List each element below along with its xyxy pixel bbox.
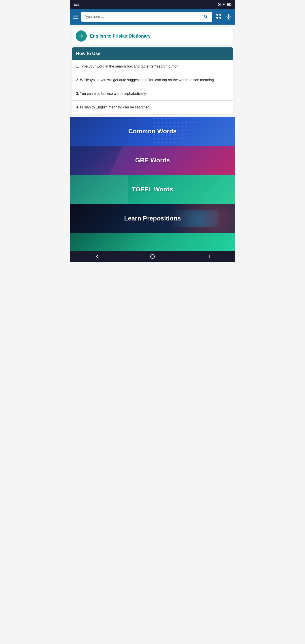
instruction-2: 2. While typing you will get auto sugges… <box>72 73 233 87</box>
how-to-use-card: How to Use 1. Type your word in the sear… <box>72 48 233 114</box>
settings-icon <box>222 3 226 6</box>
nav-bar <box>70 251 235 262</box>
back-icon <box>95 254 100 259</box>
search-container <box>82 12 212 22</box>
instruction-4: 4. Frisian to English meaning can be sea… <box>72 100 233 114</box>
back-button[interactable] <box>90 252 104 261</box>
banners-container: Common Words GRE Words TOEFL Words Learn… <box>70 117 235 251</box>
toefl-words-banner[interactable]: TOEFL Words <box>70 175 235 204</box>
home-button[interactable] <box>146 252 159 261</box>
svg-point-1 <box>219 4 220 5</box>
menu-button[interactable] <box>72 14 79 20</box>
microphone-button[interactable] <box>224 13 232 21</box>
fifth-category-banner[interactable] <box>70 233 235 251</box>
recent-button[interactable] <box>201 252 214 261</box>
notification-icon <box>218 3 221 6</box>
svg-rect-12 <box>220 18 220 18</box>
instruction-1: 1. Type your word in the search box and … <box>72 60 233 73</box>
common-words-banner[interactable]: Common Words <box>70 117 235 146</box>
battery-icon <box>227 3 232 6</box>
svg-point-16 <box>150 254 154 258</box>
instruction-3: 3. You can also browse words alphabetica… <box>72 87 233 100</box>
svg-rect-11 <box>217 18 217 18</box>
recent-icon <box>205 254 210 259</box>
dict-arrow-circle <box>76 30 87 42</box>
arrow-right-icon <box>78 33 84 39</box>
svg-rect-17 <box>206 255 209 258</box>
microphone-icon <box>226 14 231 20</box>
svg-rect-9 <box>217 15 217 16</box>
common-words-label: Common Words <box>128 128 177 135</box>
search-icon <box>204 14 208 19</box>
gre-words-banner[interactable]: GRE Words <box>70 146 235 175</box>
scan-button[interactable] <box>214 13 222 21</box>
svg-rect-4 <box>227 4 230 5</box>
dict-banner[interactable]: English to Frisian Dictionary <box>72 27 233 45</box>
learn-prepositions-label: Learn Prepositions <box>124 215 181 222</box>
search-button[interactable] <box>202 14 209 20</box>
header-right-icons <box>214 13 232 21</box>
toefl-words-label: TOEFL Words <box>132 186 173 193</box>
svg-rect-10 <box>220 15 220 16</box>
status-time: 3:19 <box>73 3 79 6</box>
status-icons <box>218 3 232 6</box>
how-to-use-body: 1. Type your word in the search box and … <box>72 60 233 114</box>
header <box>70 9 235 24</box>
status-bar: 3:19 <box>70 0 235 9</box>
learn-prepositions-banner[interactable]: Learn Prepositions <box>70 204 235 233</box>
home-icon <box>150 254 155 259</box>
svg-rect-13 <box>228 14 230 17</box>
scan-icon <box>215 14 221 20</box>
how-to-use-header: How to Use <box>72 48 233 60</box>
gre-words-label: GRE Words <box>135 157 170 164</box>
how-to-use-title: How to Use <box>76 51 100 56</box>
dict-title: English to Frisian Dictionary <box>90 34 150 39</box>
search-input[interactable] <box>84 15 202 19</box>
